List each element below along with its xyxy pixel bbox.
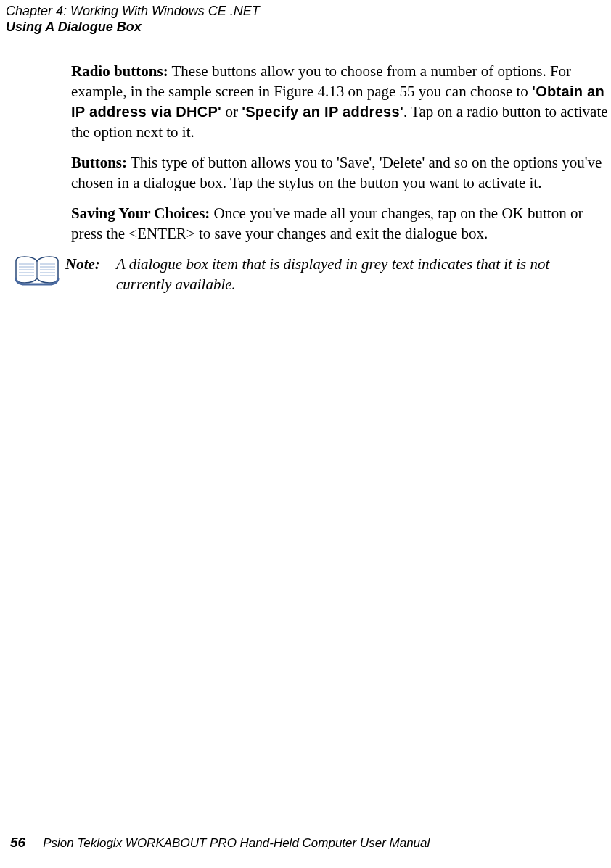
- note-block: Note:A dialogue box item that is display…: [15, 254, 608, 294]
- text-buttons: This type of button allows you to 'Save'…: [71, 154, 602, 191]
- label-radio-buttons: Radio buttons:: [71, 62, 168, 80]
- note-label: Note:: [65, 254, 116, 274]
- chapter-line: Chapter 4: Working With Windows CE .NET: [6, 3, 260, 19]
- page: Chapter 4: Working With Windows CE .NET …: [0, 0, 611, 868]
- para-saving: Saving Your Choices: Once you've made al…: [71, 203, 608, 244]
- note-line1: A dialogue box item that is displayed in…: [116, 255, 549, 273]
- page-header: Chapter 4: Working With Windows CE .NET …: [6, 3, 260, 35]
- para-radio-buttons: Radio buttons: These buttons allow you t…: [71, 61, 608, 142]
- section-line: Using A Dialogue Box: [6, 19, 260, 35]
- book-icon: [15, 255, 65, 291]
- label-saving: Saving Your Choices:: [71, 204, 210, 222]
- label-buttons: Buttons:: [71, 154, 127, 171]
- footer-title: Psion Teklogix WORKABOUT PRO Hand-Held C…: [43, 836, 430, 850]
- option-specify-ip: 'Specify an IP address': [242, 104, 403, 120]
- content-area: Radio buttons: These buttons allow you t…: [71, 61, 608, 294]
- page-footer: 56Psion Teklogix WORKABOUT PRO Hand-Held…: [10, 835, 430, 851]
- page-number: 56: [10, 835, 25, 850]
- text-radio-2: or: [221, 103, 242, 120]
- note-text: Note:A dialogue box item that is display…: [65, 254, 608, 294]
- note-line2: currently available.: [116, 274, 608, 294]
- para-buttons: Buttons: This type of button allows you …: [71, 152, 608, 193]
